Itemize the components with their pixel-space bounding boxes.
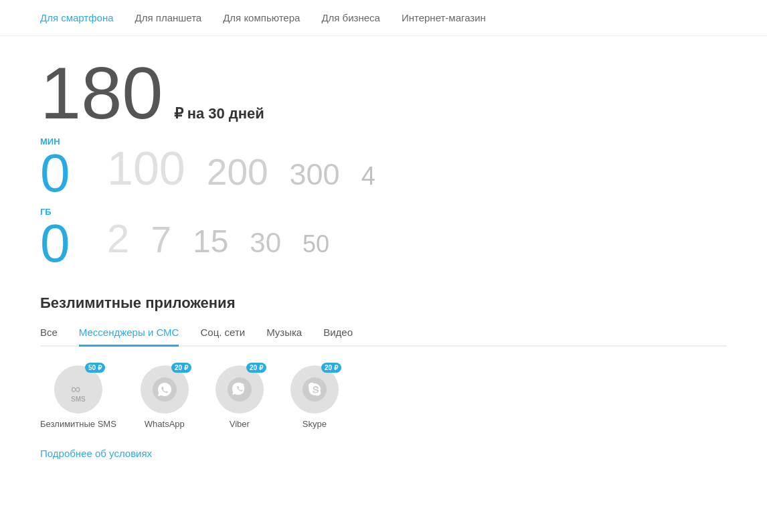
sms-badge: 50 ₽: [85, 363, 105, 373]
gb-slider-options: 2 7 15 30 50: [107, 219, 329, 259]
price-value: 180: [40, 56, 163, 130]
nav-shop[interactable]: Интернет-магазин: [402, 12, 486, 23]
gb-unit: ГБ: [40, 207, 52, 217]
gb-opt-2: 2: [107, 219, 129, 259]
nav-business[interactable]: Для бизнеса: [321, 12, 380, 23]
whatsapp-badge: 20 ₽: [171, 363, 191, 373]
min-unit: МИН: [40, 137, 60, 147]
app-whatsapp-icon-wrap: 20 ₽: [141, 365, 189, 414]
gb-opt-50: 50: [303, 232, 329, 256]
viber-badge: 20 ₽: [246, 363, 266, 373]
app-skype-icon-wrap: 20 ₽: [290, 365, 339, 414]
section-title: Безлимитные приложения: [40, 294, 727, 312]
gb-opt-7: 7: [151, 221, 171, 258]
min-opt-100: 100: [107, 145, 185, 192]
whatsapp-label: WhatsApp: [145, 419, 185, 429]
app-tabs: Все Мессенджеры и СМС Соц. сети Музыка В…: [40, 327, 727, 347]
tab-social[interactable]: Соц. сети: [200, 327, 245, 347]
app-sms-icon-wrap: ∞ SMS 50 ₽: [54, 365, 102, 414]
min-slider-options: 100 200 300 4: [107, 145, 375, 192]
app-skype[interactable]: 20 ₽ Skype: [288, 365, 341, 429]
app-viber-icon-wrap: 20 ₽: [216, 365, 264, 414]
min-opt-4: 4: [361, 163, 375, 189]
nav-computer[interactable]: Для компьютера: [223, 12, 300, 23]
app-viber[interactable]: 20 ₽ Viber: [213, 365, 266, 429]
main-nav: Для смартфона Для планшета Для компьютер…: [0, 0, 767, 36]
gb-slider-row[interactable]: ГБ 0 2 7 15 30 50: [40, 207, 727, 270]
gb-opt-30: 30: [250, 229, 281, 257]
app-sms[interactable]: ∞ SMS 50 ₽ Безлимитные SMS: [40, 365, 116, 429]
tab-messengers[interactable]: Мессенджеры и СМС: [79, 327, 179, 347]
tab-video[interactable]: Видео: [323, 327, 353, 347]
nav-tablet[interactable]: Для планшета: [135, 12, 202, 23]
gb-opt-15: 15: [193, 226, 228, 258]
tab-all[interactable]: Все: [40, 327, 58, 347]
sms-label: Безлимитные SMS: [40, 419, 116, 429]
min-opt-300: 300: [290, 159, 340, 189]
skype-label: Skype: [303, 419, 327, 429]
min-opt-200: 200: [207, 154, 268, 191]
tab-music[interactable]: Музыка: [266, 327, 302, 347]
more-link[interactable]: Подробнее об условиях: [40, 448, 152, 459]
price-row: 180 ₽ на 30 дней: [40, 56, 727, 130]
svg-point-2: [303, 377, 327, 402]
skype-badge: 20 ₽: [321, 363, 341, 373]
viber-label: Viber: [230, 419, 250, 429]
main-content: 180 ₽ на 30 дней МИН 0 100 200 300 4 ГБ …: [0, 36, 767, 480]
gb-active-value: 0: [40, 217, 94, 270]
app-whatsapp[interactable]: 20 ₽ WhatsApp: [138, 365, 191, 429]
min-active-value: 0: [40, 147, 94, 200]
apps-grid: ∞ SMS 50 ₽ Безлимитные SMS 20 ₽ Whats: [40, 365, 727, 429]
price-label: ₽ на 30 дней: [174, 105, 264, 122]
nav-smartphone[interactable]: Для смартфона: [40, 12, 114, 23]
min-slider-row[interactable]: МИН 0 100 200 300 4: [40, 137, 727, 200]
